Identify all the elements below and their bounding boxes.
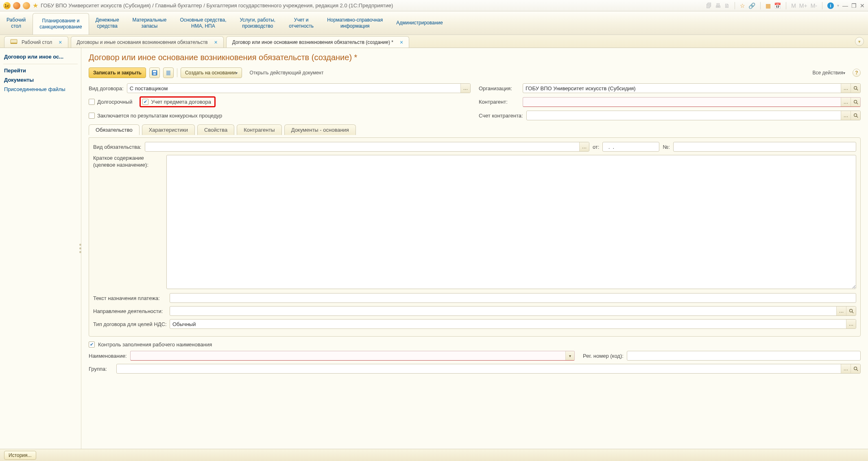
help-icon[interactable]: ? — [853, 69, 861, 77]
favorite-star-icon[interactable]: ★ — [33, 2, 38, 9]
ellipsis-icon[interactable] — [841, 98, 851, 107]
minimize-icon[interactable]: — — [842, 2, 848, 9]
save-and-close-button[interactable]: Записать и закрыть — [89, 67, 146, 78]
maximize-icon[interactable]: ❐ — [851, 2, 857, 9]
dropdown-caret-icon[interactable]: ▾ — [565, 351, 574, 360]
nav-contract[interactable]: Договор или иное ос... — [3, 52, 78, 61]
contract-type-input[interactable] — [127, 84, 460, 93]
tab-contracts-list[interactable]: Договоры и иные основания возникновения … — [71, 36, 224, 48]
ellipsis-icon[interactable] — [579, 142, 589, 151]
ellipsis-icon[interactable] — [836, 307, 846, 315]
tab-characteristics[interactable]: Характеристики — [142, 124, 195, 135]
close-icon[interactable]: × — [400, 39, 403, 46]
info-icon[interactable]: i — [827, 2, 834, 9]
svg-point-7 — [854, 100, 857, 103]
obligation-type-input[interactable] — [145, 142, 579, 151]
section-materials[interactable]: Материальные запасы — [126, 11, 174, 35]
vat-type-input[interactable] — [170, 320, 846, 328]
resize-handle[interactable] — [79, 244, 81, 253]
search-icon[interactable] — [851, 84, 860, 93]
window-tool-icon[interactable] — [23, 2, 30, 9]
ellipsis-icon[interactable] — [460, 84, 470, 93]
summary-textarea[interactable] — [166, 155, 856, 289]
activity-input[interactable] — [170, 307, 836, 315]
link-icon[interactable]: 🔗 — [748, 2, 755, 9]
date-from-input[interactable] — [603, 142, 659, 151]
all-actions-button[interactable]: Все действия — [809, 67, 849, 78]
close-window-icon[interactable]: ✕ — [860, 2, 865, 9]
print-icon[interactable]: 🖶 — [715, 2, 721, 9]
tab-contract-create[interactable]: Договор или иное основание возникновения… — [226, 36, 409, 48]
tender-checkbox-wrap[interactable]: Заключается по результатам конкурсных пр… — [89, 113, 222, 119]
section-accounting[interactable]: Учет и отчетность — [282, 11, 321, 35]
save-button[interactable] — [149, 67, 160, 78]
memory-m-minus[interactable]: M- — [811, 2, 817, 9]
tab-properties[interactable]: Свойства — [197, 124, 234, 135]
payment-text-field[interactable] — [170, 293, 856, 303]
group-input[interactable] — [117, 364, 841, 373]
tab-base-documents[interactable]: Документы - основания — [284, 124, 356, 135]
subject-tracking-checkbox[interactable] — [142, 99, 148, 105]
ellipsis-icon[interactable] — [846, 320, 856, 328]
name-field[interactable]: ▾ — [130, 351, 575, 361]
info-caret-icon[interactable]: ▾ — [837, 3, 839, 8]
section-desktop[interactable]: Рабочий стол — [0, 11, 33, 35]
open-active-doc-button[interactable]: Открыть действующий документ — [245, 67, 327, 78]
section-admin[interactable]: Администрирование — [390, 11, 449, 35]
org-field[interactable] — [523, 83, 861, 93]
control-checkbox[interactable] — [89, 341, 95, 348]
counterparty-input[interactable] — [523, 98, 841, 107]
tab-obligation[interactable]: Обязательство — [89, 124, 140, 135]
reg-input[interactable] — [627, 351, 860, 360]
ellipsis-icon[interactable] — [841, 84, 851, 93]
activity-field[interactable] — [170, 306, 856, 316]
section-services[interactable]: Услуги, работы, производство — [233, 11, 282, 35]
section-reference[interactable]: Нормативно-справочная информация — [321, 11, 390, 35]
section-money[interactable]: Денежные средства — [89, 11, 126, 35]
ellipsis-icon[interactable] — [841, 364, 851, 373]
org-input[interactable] — [523, 84, 841, 93]
memory-m-plus[interactable]: M+ — [799, 2, 807, 9]
close-icon[interactable]: × — [59, 39, 62, 46]
history-button[interactable]: История... — [4, 451, 36, 460]
contract-type-field[interactable] — [127, 83, 471, 93]
search-icon[interactable] — [851, 98, 860, 107]
search-icon[interactable] — [846, 307, 856, 315]
list-button[interactable] — [163, 67, 174, 78]
long-term-checkbox[interactable] — [89, 99, 95, 105]
tabs-expand-button[interactable]: ▾ — [855, 37, 864, 46]
calendar-icon[interactable]: 📅 — [774, 2, 781, 9]
create-based-on-button[interactable]: Создать на основании — [181, 67, 242, 78]
counterparty-field[interactable] — [523, 97, 861, 107]
reg-field[interactable] — [627, 351, 861, 361]
section-planning[interactable]: Планирование и санкционирование — [33, 13, 89, 35]
long-term-checkbox-wrap[interactable]: Долгосрочный — [89, 99, 132, 105]
memory-m[interactable]: M — [791, 2, 796, 9]
document-icon[interactable]: 🗎 — [724, 2, 730, 9]
inner-tabs: Обязательство Характеристики Свойства Ко… — [89, 124, 861, 135]
obligation-type-field[interactable] — [145, 142, 589, 152]
close-icon[interactable]: × — [214, 39, 218, 46]
tender-checkbox[interactable] — [89, 113, 95, 119]
vat-type-field[interactable] — [170, 319, 856, 329]
ellipsis-icon[interactable] — [841, 111, 851, 120]
grid-icon[interactable]: ▦ — [765, 2, 771, 9]
section-fixed-assets[interactable]: Основные средства, НМА, НПА — [173, 11, 233, 35]
search-icon[interactable] — [851, 364, 860, 373]
group-field[interactable] — [116, 364, 861, 374]
number-input[interactable] — [674, 142, 856, 151]
search-icon[interactable] — [851, 111, 860, 120]
tab-desktop[interactable]: Рабочий стол × — [4, 36, 68, 48]
date-from-field[interactable] — [602, 142, 659, 152]
nav-documents[interactable]: Документы — [3, 75, 78, 85]
number-field[interactable] — [673, 142, 856, 152]
cp-account-field[interactable] — [526, 111, 861, 120]
cp-account-input[interactable] — [527, 111, 841, 120]
nav-attached-files[interactable]: Присоединенные файлы — [3, 85, 78, 94]
window-menu-icon[interactable] — [13, 2, 20, 9]
name-input[interactable] — [131, 351, 565, 360]
payment-text-input[interactable] — [170, 294, 856, 302]
tab-counterparties[interactable]: Контрагенты — [237, 124, 282, 135]
clipboard-icon[interactable]: 🗐 — [706, 2, 712, 9]
star-icon[interactable]: ☆ — [740, 2, 745, 9]
